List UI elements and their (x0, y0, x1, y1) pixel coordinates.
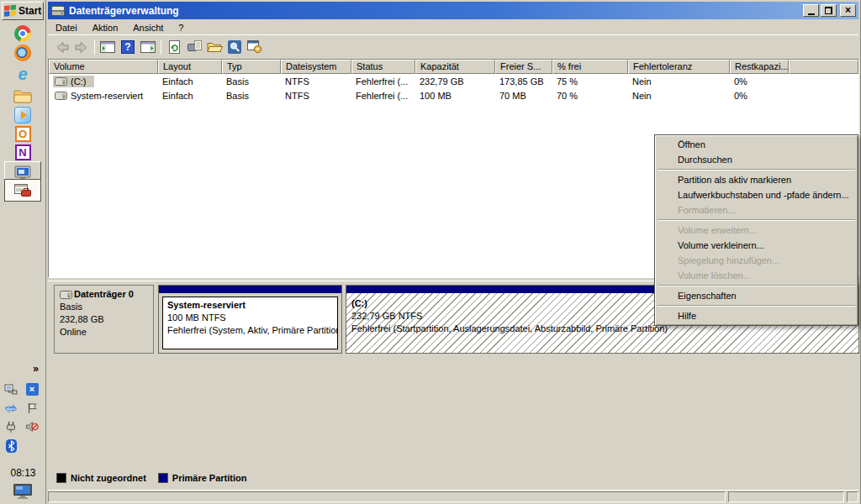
context-menu-item-spiegelung: Spiegelung hinzufügen... (656, 253, 857, 268)
menu-separator (658, 219, 855, 221)
help-icon[interactable]: ? (118, 38, 138, 56)
volume-row-c[interactable]: (C:) Einfach Basis NTFS Fehlerfrei (... … (49, 74, 858, 88)
show-desktop-icon[interactable] (12, 482, 34, 501)
disk-name: Datenträger 0 (74, 288, 134, 301)
computer-management-icon (14, 165, 31, 181)
menu-ansicht[interactable]: Ansicht (125, 21, 171, 34)
back-icon[interactable] (51, 38, 71, 56)
network-tray-icon[interactable] (3, 382, 18, 396)
volume-cell[interactable]: System-reserviert (53, 90, 151, 102)
disk-management-taskbar-item[interactable] (4, 179, 41, 202)
restore-button[interactable] (821, 4, 837, 17)
column-header-filler (789, 60, 858, 74)
column-header-volume[interactable]: Volume (49, 60, 158, 74)
legend-swatch-unallocated (56, 473, 66, 483)
menu-separator (658, 305, 855, 307)
open-icon[interactable] (204, 38, 224, 56)
column-header-status[interactable]: Status (351, 60, 415, 74)
toolbar-separator (94, 39, 95, 55)
context-menu-item-volume-verkleinern[interactable]: Volume verkleinern... (656, 238, 857, 253)
context-menu-item-oeffnen[interactable]: Öffnen (656, 137, 857, 152)
context-menu-item-eigenschaften[interactable]: Eigenschaften (656, 288, 857, 303)
disk-icon (60, 291, 72, 299)
column-header-kapazitaet[interactable]: Kapazität (415, 60, 495, 74)
context-menu: Öffnen Durchsuchen Partition als aktiv m… (654, 134, 858, 326)
volume-cell-selected[interactable]: (C:) (53, 76, 94, 87)
context-menu-item-durchsuchen[interactable]: Durchsuchen (656, 152, 857, 167)
status-pane (728, 491, 844, 502)
context-menu-item-laufwerkbuchstaben[interactable]: Laufwerkbuchstaben und -pfade ändern... (656, 187, 857, 202)
start-button[interactable]: Start (2, 2, 44, 20)
context-menu-item-partition-aktiv[interactable]: Partition als aktiv markieren (656, 172, 857, 187)
firefox-icon[interactable] (12, 44, 34, 62)
status-pane (48, 491, 726, 502)
volume-list-header: Volume Layout Typ Dateisystem Status Kap… (49, 60, 858, 74)
legend: Nicht zugeordnet Primäre Partition (48, 470, 246, 486)
drive-icon (55, 77, 67, 86)
context-menu-item-volume-loeschen: Volume löschen... (656, 268, 857, 283)
volume-row-system-reserviert[interactable]: System-reserviert Einfach Basis NTFS Feh… (49, 88, 858, 102)
start-label: Start (18, 5, 41, 17)
window-title: Datenträgerverwaltung (69, 5, 179, 17)
sync-arrows-tray-icon[interactable] (3, 402, 18, 415)
column-header-layout[interactable]: Layout (158, 60, 222, 74)
outlook-icon[interactable]: O (12, 124, 34, 143)
column-header-fehlertoleranz[interactable]: Fehlertoleranz (628, 60, 730, 74)
windows-explorer-icon[interactable] (12, 87, 34, 105)
view-icon[interactable] (224, 38, 245, 56)
menu-separator (658, 169, 855, 171)
close-button[interactable]: × (840, 4, 856, 17)
column-header-dateisystem[interactable]: Dateisystem (281, 60, 351, 74)
disk-status: Online (60, 326, 153, 339)
status-pane (847, 491, 858, 502)
titlebar[interactable]: Datenträgerverwaltung × (48, 2, 858, 19)
refresh-icon[interactable] (164, 38, 184, 56)
menu-separator (658, 285, 855, 286)
window-drive-icon (51, 5, 65, 17)
chrome-icon[interactable] (12, 24, 34, 43)
minimize-button[interactable] (803, 4, 819, 17)
disk-type: Basis (60, 301, 153, 313)
drive-icon (55, 92, 67, 100)
windows-media-player-icon[interactable] (12, 106, 34, 124)
tray-expand-chevron[interactable]: » (33, 363, 39, 375)
partition-name: System-reserviert (167, 299, 333, 312)
remote-session-tray-icon[interactable]: × (24, 382, 40, 396)
context-menu-item-formatieren: Formatieren... (656, 202, 857, 218)
column-header-freier-speicher[interactable]: Freier S... (495, 60, 552, 74)
onenote-icon[interactable]: N (12, 143, 34, 161)
status-bar (48, 490, 858, 502)
partition-status: Fehlerfrei (System, Aktiv, Primäre Parti… (167, 324, 333, 337)
internet-explorer-icon[interactable]: e (12, 65, 34, 83)
bluetooth-tray-icon[interactable] (3, 439, 18, 453)
forward-icon[interactable] (71, 38, 92, 56)
column-header-restkapazitaet[interactable]: Restkapazi... (730, 60, 789, 74)
legend-nicht-zugeordnet: Nicht zugeordnet (56, 473, 146, 483)
toolbar-separator (161, 39, 161, 55)
disk-0-info-box[interactable]: Datenträger 0 Basis 232,88 GB Online (54, 285, 154, 354)
column-header-prozent-frei[interactable]: % frei (552, 60, 628, 74)
action-center-flag-icon[interactable] (24, 402, 40, 415)
legend-swatch-primary (158, 473, 168, 483)
primary-partition-band (159, 286, 341, 293)
windows-flag-icon (4, 5, 17, 17)
power-plug-tray-icon[interactable] (3, 420, 18, 433)
snap-in-icon[interactable] (245, 38, 265, 56)
legend-primaere-partition: Primäre Partition (158, 473, 247, 483)
context-menu-item-volume-erweitern: Volume erweitern... (656, 223, 857, 238)
properties-icon[interactable] (184, 38, 204, 56)
tray-clock[interactable]: 08:13 (0, 467, 46, 479)
disk-size: 232,88 GB (60, 313, 153, 326)
volume-muted-tray-icon[interactable] (24, 420, 40, 433)
action-pane-icon[interactable] (138, 38, 158, 56)
menu-hilfe[interactable]: ? (171, 21, 191, 34)
menu-datei[interactable]: Datei (48, 21, 85, 34)
taskbar: Start e O N » × 08:13 (0, 0, 46, 504)
menu-aktion[interactable]: Aktion (85, 21, 126, 34)
menubar: Datei Aktion Ansicht ? (48, 20, 858, 35)
console-tree-icon[interactable] (98, 38, 118, 56)
partition-system-reserviert[interactable]: System-reserviert 100 MB NTFS Fehlerfrei… (158, 285, 342, 354)
toolbar: ? (48, 36, 858, 58)
column-header-typ[interactable]: Typ (222, 60, 281, 74)
context-menu-item-hilfe[interactable]: Hilfe (656, 308, 857, 323)
